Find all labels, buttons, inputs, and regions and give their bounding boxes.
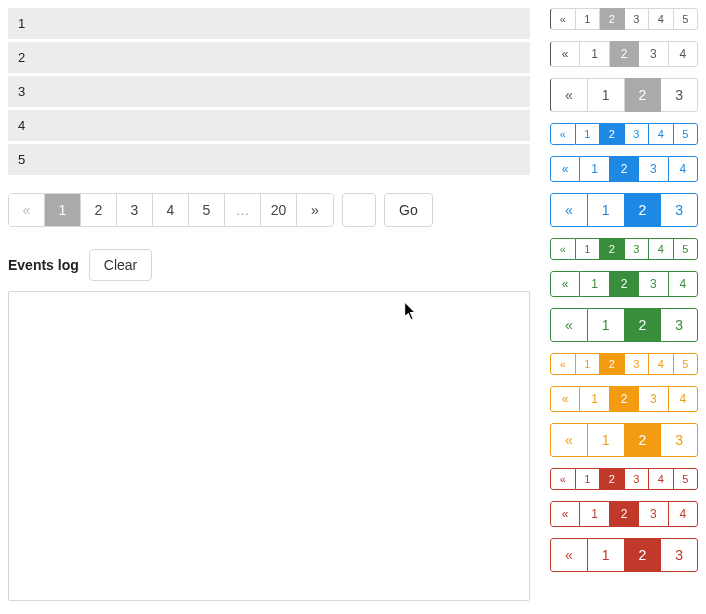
- mini-pager-page[interactable]: 1: [588, 193, 625, 227]
- mini-pager-prev[interactable]: «: [550, 271, 580, 297]
- mini-pager-prev[interactable]: «: [550, 8, 576, 30]
- mini-pager-page[interactable]: 2: [625, 423, 662, 457]
- list-item: 3: [8, 76, 530, 107]
- mini-pager-page[interactable]: 2: [600, 123, 625, 145]
- mini-pager-page[interactable]: 5: [674, 123, 699, 145]
- list-item: 4: [8, 110, 530, 141]
- mini-pager-page[interactable]: 4: [669, 156, 698, 182]
- mini-pager-page[interactable]: 1: [588, 78, 625, 112]
- mini-pager-prev[interactable]: «: [550, 353, 576, 375]
- mini-pager-page[interactable]: 2: [600, 468, 625, 490]
- mini-pager-green-s: «12345: [550, 238, 698, 260]
- mini-pager-page[interactable]: 4: [669, 501, 698, 527]
- mini-pager-page[interactable]: 2: [625, 538, 662, 572]
- mini-pager-prev[interactable]: «: [550, 238, 576, 260]
- clear-button[interactable]: Clear: [89, 249, 152, 281]
- pager-page[interactable]: 20: [261, 194, 297, 226]
- mini-pager-page[interactable]: 3: [661, 78, 698, 112]
- mini-pager-page[interactable]: 1: [580, 271, 609, 297]
- mini-pager-page[interactable]: 3: [639, 271, 668, 297]
- mini-pager-page[interactable]: 4: [669, 271, 698, 297]
- go-button[interactable]: Go: [384, 193, 433, 227]
- mini-pager-page[interactable]: 3: [639, 156, 668, 182]
- mini-pager-page[interactable]: 2: [610, 41, 639, 67]
- list-item: 1: [8, 8, 530, 39]
- pager-page[interactable]: 5: [189, 194, 225, 226]
- mini-pager-prev[interactable]: «: [550, 193, 588, 227]
- mini-pager-page[interactable]: 1: [580, 41, 609, 67]
- mini-pager-page[interactable]: 1: [588, 538, 625, 572]
- mini-pager-prev[interactable]: «: [550, 41, 580, 67]
- mini-pager-page[interactable]: 1: [580, 156, 609, 182]
- mini-pager-page[interactable]: 3: [661, 538, 698, 572]
- mini-pager-page[interactable]: 3: [639, 501, 668, 527]
- mini-pager-page[interactable]: 5: [674, 353, 699, 375]
- mini-pager-blue-l: «123: [550, 193, 698, 227]
- mini-pager-blue-m: «1234: [550, 156, 698, 182]
- mini-pager-prev[interactable]: «: [550, 468, 576, 490]
- mini-pager-page[interactable]: 3: [661, 193, 698, 227]
- mini-pager-page[interactable]: 2: [625, 193, 662, 227]
- mini-pager-prev[interactable]: «: [550, 538, 588, 572]
- item-list: 12345: [8, 8, 530, 175]
- mini-pager-page[interactable]: 2: [610, 156, 639, 182]
- mini-pager-page[interactable]: 3: [625, 468, 650, 490]
- mini-pager-page[interactable]: 4: [649, 123, 674, 145]
- events-log-title: Events log: [8, 257, 79, 273]
- mini-pager-page[interactable]: 2: [625, 308, 662, 342]
- pager-page[interactable]: 4: [153, 194, 189, 226]
- mini-pager-page[interactable]: 3: [625, 123, 650, 145]
- mini-pager-page[interactable]: 5: [674, 8, 699, 30]
- mini-pager-gray-s: «12345: [550, 8, 698, 30]
- mini-pager-page[interactable]: 1: [576, 123, 601, 145]
- mini-pager-page[interactable]: 1: [576, 238, 601, 260]
- mini-pager-page[interactable]: 2: [610, 501, 639, 527]
- mini-pager-page[interactable]: 3: [639, 386, 668, 412]
- mini-pager-page[interactable]: 2: [625, 78, 662, 112]
- mini-pager-page[interactable]: 2: [610, 271, 639, 297]
- pager-page[interactable]: 3: [117, 194, 153, 226]
- mini-pager-page[interactable]: 3: [661, 308, 698, 342]
- events-log-box: [8, 291, 530, 601]
- mini-pager-column: «12345«1234«123«12345«1234«123«12345«123…: [550, 8, 698, 601]
- mini-pager-gray-m: «1234: [550, 41, 698, 67]
- mini-pager-page[interactable]: 2: [600, 8, 625, 30]
- mini-pager-page[interactable]: 1: [588, 308, 625, 342]
- mini-pager-page[interactable]: 2: [610, 386, 639, 412]
- pager-page[interactable]: 2: [81, 194, 117, 226]
- mini-pager-page[interactable]: 1: [580, 386, 609, 412]
- mini-pager-green-m: «1234: [550, 271, 698, 297]
- mini-pager-page[interactable]: 2: [600, 238, 625, 260]
- mini-pager-page[interactable]: 3: [625, 238, 650, 260]
- mini-pager-page[interactable]: 5: [674, 468, 699, 490]
- mini-pager-page[interactable]: 4: [649, 238, 674, 260]
- page-number-input[interactable]: [342, 193, 376, 227]
- pager-page[interactable]: 1: [45, 194, 81, 226]
- mini-pager-prev[interactable]: «: [550, 501, 580, 527]
- mini-pager-prev[interactable]: «: [550, 423, 588, 457]
- mini-pager-page[interactable]: 1: [576, 8, 601, 30]
- mini-pager-page[interactable]: 4: [649, 468, 674, 490]
- mini-pager-page[interactable]: 1: [576, 353, 601, 375]
- mini-pager-page[interactable]: 5: [674, 238, 699, 260]
- pager-row: «12345…20» Go: [8, 193, 530, 227]
- mini-pager-gray-l: «123: [550, 78, 698, 112]
- mini-pager-prev[interactable]: «: [550, 123, 576, 145]
- mini-pager-prev[interactable]: «: [550, 308, 588, 342]
- mini-pager-page[interactable]: 2: [600, 353, 625, 375]
- mini-pager-page[interactable]: 4: [649, 8, 674, 30]
- mini-pager-prev[interactable]: «: [550, 156, 580, 182]
- mini-pager-prev[interactable]: «: [550, 78, 588, 112]
- mini-pager-prev[interactable]: «: [550, 386, 580, 412]
- pager-next[interactable]: »: [297, 194, 333, 226]
- mini-pager-page[interactable]: 1: [576, 468, 601, 490]
- mini-pager-page[interactable]: 4: [649, 353, 674, 375]
- mini-pager-page[interactable]: 3: [661, 423, 698, 457]
- mini-pager-page[interactable]: 1: [580, 501, 609, 527]
- mini-pager-page[interactable]: 4: [669, 41, 698, 67]
- mini-pager-page[interactable]: 3: [625, 8, 650, 30]
- mini-pager-page[interactable]: 3: [625, 353, 650, 375]
- mini-pager-page[interactable]: 4: [669, 386, 698, 412]
- mini-pager-page[interactable]: 3: [639, 41, 668, 67]
- mini-pager-page[interactable]: 1: [588, 423, 625, 457]
